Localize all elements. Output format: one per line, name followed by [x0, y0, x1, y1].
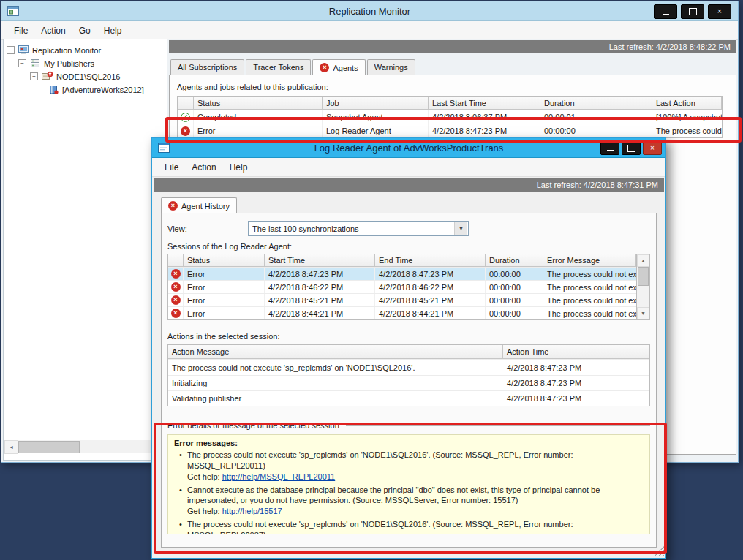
minimize-button[interactable] — [654, 4, 677, 19]
help-link[interactable]: http://help/15517 — [222, 507, 282, 515]
scrollbar-track[interactable] — [18, 440, 152, 453]
log-reader-agent-window: Log Reader Agent of AdvWorksProductTrans… — [151, 137, 666, 559]
view-select-value: The last 100 synchronizations — [252, 224, 359, 233]
help-link[interactable]: http://help/MSSQL_REPL20011 — [222, 472, 336, 481]
session-row[interactable]: × Error 4/2/2018 8:47:23 PM 4/2/2018 8:4… — [168, 267, 636, 280]
header-duration[interactable]: Duration — [486, 254, 543, 267]
session-row[interactable]: × Error 4/2/2018 8:44:21 PM 4/2/2018 8:4… — [168, 306, 636, 319]
bullet-icon: • — [174, 450, 187, 483]
server-error-icon — [41, 71, 53, 82]
cell-last-start: 4/2/2018 8:06:37 PM — [429, 110, 540, 124]
header-start-time[interactable]: Start Time — [265, 254, 375, 267]
agents-table: Status Job Last Start Time Duration Last… — [177, 96, 723, 138]
session-row[interactable]: × Error 4/2/2018 8:46:22 PM 4/2/2018 8:4… — [168, 280, 636, 293]
agent-row-snapshot[interactable]: ✓ Completed Snapshot Agent 4/2/2018 8:06… — [178, 110, 722, 124]
cell-action-time: 4/2/2018 8:47:23 PM — [503, 376, 649, 390]
error-message-item: • The process could not execute 'sp_repl… — [174, 519, 644, 534]
menu-go[interactable]: Go — [72, 23, 97, 39]
header-error-message[interactable]: Error Message — [543, 254, 636, 267]
collapse-icon[interactable]: − — [7, 46, 15, 54]
error-message-item: • The process could not execute 'sp_repl… — [174, 450, 644, 483]
header-icon-column[interactable] — [168, 254, 184, 267]
publication-icon — [48, 84, 59, 95]
action-row[interactable]: The process could not execute 'sp_replcm… — [168, 360, 649, 375]
menu-action[interactable]: Action — [185, 159, 222, 175]
scrollbar-thumb[interactable] — [18, 441, 80, 453]
tab-agents[interactable]: × Agents — [312, 59, 365, 75]
cell-last-start: 4/2/2018 8:47:23 PM — [429, 124, 540, 137]
dialog-last-refresh-bar: Last refresh: 4/2/2018 8:47:31 PM — [154, 178, 664, 192]
cell-message: The process could not execute '... — [543, 281, 636, 293]
header-action-message[interactable]: Action Message — [168, 345, 503, 359]
dialog-titlebar[interactable]: Log Reader Agent of AdvWorksProductTrans… — [152, 138, 665, 158]
tree-node-node1-sql2016[interactable]: − NODE1\SQL2016 — [30, 70, 120, 83]
tree-node-my-publishers[interactable]: − My Publishers — [18, 57, 94, 69]
minimize-icon — [607, 150, 614, 151]
tab-all-subscriptions[interactable]: All Subscriptions — [170, 59, 244, 75]
error-x-glyph: × — [171, 203, 175, 209]
action-row[interactable]: Validating publisher 4/2/2018 8:47:23 PM — [168, 390, 649, 406]
error-x-glyph: × — [173, 310, 177, 317]
dialog-tabstrip: × Agent History — [161, 197, 665, 213]
cell-end: 4/2/2018 8:47:23 PM — [375, 268, 486, 280]
view-select[interactable]: The last 100 synchronizations ▼ — [248, 221, 469, 236]
main-titlebar[interactable]: Replication Monitor × — [1, 1, 738, 21]
menu-help[interactable]: Help — [223, 159, 254, 175]
menu-file[interactable]: File — [7, 23, 34, 39]
tab-tracer-tokens[interactable]: Tracer Tokens — [246, 59, 311, 75]
tree-node-replication-monitor[interactable]: − Replication Monitor — [7, 44, 101, 56]
header-action-time[interactable]: Action Time — [503, 345, 649, 359]
maximize-button[interactable] — [622, 141, 641, 155]
collapse-icon[interactable]: − — [30, 72, 38, 80]
tab-warnings[interactable]: Warnings — [367, 59, 415, 75]
maximize-icon — [689, 8, 697, 15]
cell-start: 4/2/2018 8:44:21 PM — [265, 307, 375, 319]
sessions-label: Sessions of the Log Reader Agent: — [167, 242, 656, 251]
tree-node-label: My Publishers — [44, 59, 94, 68]
error-icon: × — [171, 295, 181, 305]
scroll-up-button[interactable]: ▲ — [637, 254, 649, 267]
agents-section-label: Agents and jobs related to this publicat… — [177, 83, 736, 91]
scrollbar-track[interactable] — [637, 267, 649, 307]
scroll-up-icon: ▲ — [641, 258, 646, 263]
tab-agent-history[interactable]: × Agent History — [161, 197, 237, 213]
header-end-time[interactable]: End Time — [375, 254, 486, 267]
close-button[interactable]: × — [708, 4, 731, 19]
header-last-start-time[interactable]: Last Start Time — [429, 97, 540, 110]
maximize-button[interactable] — [681, 4, 704, 19]
menu-action[interactable]: Action — [34, 23, 72, 39]
scroll-down-button[interactable]: ▼ — [637, 307, 649, 319]
header-duration[interactable]: Duration — [540, 97, 652, 110]
collapse-icon[interactable]: − — [18, 59, 26, 67]
sessions-vertical-scrollbar: ▲ ▼ — [637, 254, 650, 320]
error-details-label: Error details or message of the selected… — [167, 421, 342, 430]
resize-grip[interactable] — [654, 546, 664, 556]
menu-help[interactable]: Help — [97, 23, 129, 39]
session-row[interactable]: × Error 4/2/2018 8:45:21 PM 4/2/2018 8:4… — [168, 293, 636, 306]
scrollbar-thumb[interactable] — [638, 267, 649, 286]
cell-last-action: The process could not e... — [652, 124, 722, 137]
collapse-glyph: − — [32, 74, 36, 79]
agent-history-panel: View: The last 100 synchronizations ▼ Se… — [161, 213, 657, 548]
action-row[interactable]: Initializing 4/2/2018 8:47:23 PM — [168, 375, 649, 390]
tree-node-adventureworks2012[interactable]: [AdventureWorks2012] — [48, 83, 144, 96]
header-icon-column[interactable] — [178, 97, 194, 110]
scroll-left-button[interactable]: ◄ — [4, 440, 18, 454]
agent-row-log-reader[interactable]: × Error Log Reader Agent 4/2/2018 8:47:2… — [178, 124, 722, 137]
header-last-action[interactable]: Last Action — [652, 97, 722, 110]
main-window-title: Replication Monitor — [1, 6, 738, 17]
dropdown-button[interactable]: ▼ — [454, 222, 467, 235]
header-job[interactable]: Job — [323, 97, 429, 110]
cell-duration: 00:00:01 — [540, 110, 652, 124]
close-icon: × — [650, 145, 655, 152]
error-x-glyph: × — [184, 128, 187, 135]
close-icon: × — [717, 8, 722, 15]
collapse-glyph: − — [9, 48, 12, 53]
tree-node-label: Replication Monitor — [32, 46, 101, 55]
header-status[interactable]: Status — [194, 97, 323, 110]
cell-status: Error — [184, 281, 265, 293]
minimize-button[interactable] — [600, 141, 619, 155]
header-status[interactable]: Status — [184, 254, 265, 267]
menu-file[interactable]: File — [158, 159, 185, 175]
close-button[interactable]: × — [643, 141, 662, 155]
